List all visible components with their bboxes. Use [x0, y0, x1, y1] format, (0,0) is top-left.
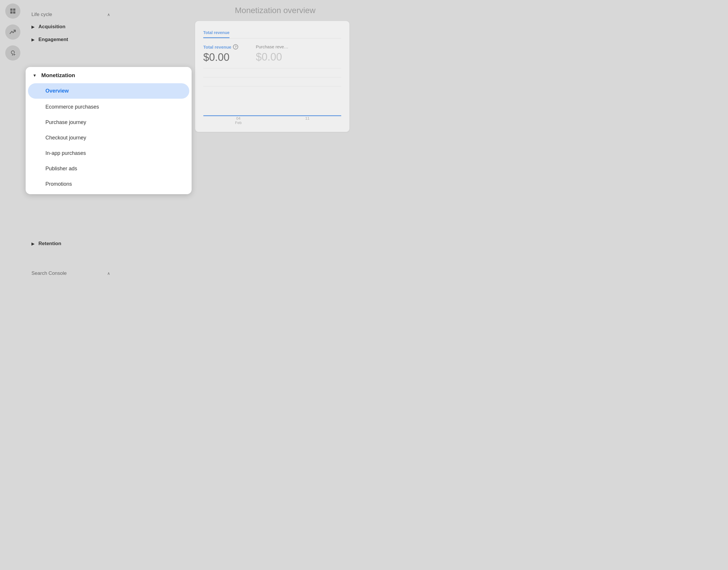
metrics-card: Total revenue Total revenue ? $0.00 Purc… — [195, 21, 349, 132]
search-console-chevron: ∧ — [107, 271, 110, 276]
menu-item-inapp[interactable]: In-app purchases — [28, 146, 189, 161]
divider-2 — [203, 77, 341, 77]
lifecycle-label: Life cycle — [31, 12, 52, 17]
page-title: Monetization overview — [235, 6, 315, 15]
search-console-section: Search Console ∧ — [26, 268, 116, 279]
chart-label-2: 11 — [305, 116, 309, 125]
monetization-header[interactable]: ▼ Monetization — [26, 67, 192, 83]
ecommerce-label: Ecommerce purchases — [45, 104, 99, 110]
purchase-revenue-value: $0.00 — [256, 51, 288, 63]
overview-label: Overview — [45, 88, 69, 94]
card-metrics: Total revenue ? $0.00 Purchase reve… $0.… — [203, 44, 341, 63]
metric-purchase-revenue: Purchase reve… $0.00 — [256, 44, 288, 63]
engagement-arrow-icon: ▶ — [31, 38, 34, 42]
metric-total-revenue: Total revenue ? $0.00 — [203, 44, 238, 63]
promotions-label: Promotions — [45, 181, 72, 187]
logo-icon[interactable] — [5, 3, 20, 19]
content-area: Monetization overview Total revenue Tota… — [192, 0, 364, 285]
checkout-journey-label: Checkout journey — [45, 135, 86, 140]
total-revenue-label: Total revenue ? — [203, 44, 238, 49]
chart-labels: 04 Feb 11 — [203, 116, 341, 125]
monetization-panel: ▼ Monetization Overview Ecommerce purcha… — [26, 67, 192, 194]
lifecycle-section-header[interactable]: Life cycle ∧ — [26, 9, 116, 20]
acquisition-label: Acquisition — [38, 24, 65, 30]
total-revenue-info-icon[interactable]: ? — [233, 44, 238, 49]
monetization-arrow-icon: ▼ — [33, 73, 37, 78]
tab-total-revenue[interactable]: Total revenue — [203, 28, 229, 38]
divider-1 — [203, 68, 341, 68]
retention-label: Retention — [38, 241, 61, 247]
menu-item-overview[interactable]: Overview — [28, 83, 189, 99]
cursor-icon[interactable] — [5, 45, 20, 60]
divider-3 — [203, 86, 341, 86]
lifecycle-chevron: ∧ — [107, 12, 110, 17]
trend-icon[interactable] — [5, 24, 20, 40]
retention-section: ▶ Retention — [26, 237, 116, 250]
svg-rect-2 — [10, 11, 13, 14]
retention-arrow-icon: ▶ — [31, 242, 34, 246]
monetization-header-label: Monetization — [41, 72, 75, 79]
icon-bar — [0, 0, 26, 285]
sidebar-item-acquisition[interactable]: ▶ Acquisition — [26, 20, 116, 33]
svg-rect-3 — [13, 11, 15, 14]
search-console-header[interactable]: Search Console ∧ — [26, 268, 116, 279]
menu-item-ecommerce[interactable]: Ecommerce purchases — [28, 99, 189, 115]
menu-item-promotions[interactable]: Promotions — [28, 177, 189, 192]
total-revenue-value: $0.00 — [203, 51, 238, 63]
sidebar-item-engagement[interactable]: ▶ Engagement — [26, 33, 116, 46]
inapp-label: In-app purchases — [45, 150, 86, 156]
purchase-journey-label: Purchase journey — [45, 119, 86, 125]
menu-item-publisher-ads[interactable]: Publisher ads — [28, 161, 189, 177]
purchase-revenue-label: Purchase reve… — [256, 44, 288, 49]
chart-label-1: 04 Feb — [235, 116, 241, 125]
acquisition-arrow-icon: ▶ — [31, 25, 34, 29]
search-console-label: Search Console — [31, 270, 67, 276]
menu-item-purchase-journey[interactable]: Purchase journey — [28, 115, 189, 130]
publisher-ads-label: Publisher ads — [45, 166, 77, 172]
sidebar-item-retention[interactable]: ▶ Retention — [26, 237, 116, 250]
chart-area: 04 Feb 11 — [203, 90, 341, 125]
card-tabs: Total revenue — [203, 28, 341, 38]
engagement-label: Engagement — [38, 37, 68, 42]
menu-item-checkout-journey[interactable]: Checkout journey — [28, 130, 189, 146]
svg-rect-0 — [10, 8, 13, 11]
svg-rect-1 — [13, 8, 15, 11]
